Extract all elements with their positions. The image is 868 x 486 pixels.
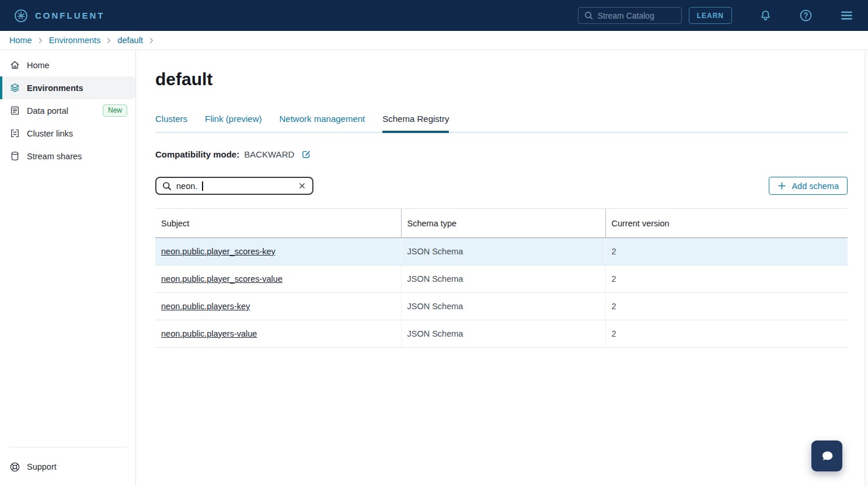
sidebar-item-home[interactable]: Home bbox=[0, 54, 135, 76]
current-version-cell: 2 bbox=[605, 293, 848, 320]
notifications-button[interactable] bbox=[759, 9, 772, 22]
chevron-right-icon bbox=[37, 37, 44, 44]
new-badge: New bbox=[103, 104, 127, 117]
sidebar-item-label: Cluster links bbox=[27, 129, 73, 138]
current-version-cell: 2 bbox=[605, 320, 848, 348]
table-row: neon.public.players-key JSON Schema 2 bbox=[155, 293, 848, 320]
sidebar-item-stream-shares[interactable]: Stream shares bbox=[0, 145, 135, 167]
current-version-cell: 2 bbox=[605, 265, 848, 293]
schema-search-input[interactable]: neon. bbox=[155, 177, 313, 195]
schema-type-cell: JSON Schema bbox=[401, 293, 605, 320]
database-icon bbox=[9, 151, 20, 162]
sidebar-item-cluster-links[interactable]: Cluster links bbox=[0, 122, 135, 145]
add-schema-button[interactable]: Add schema bbox=[769, 177, 848, 195]
sidebar-item-label: Environments bbox=[27, 83, 83, 93]
chevron-right-icon bbox=[106, 37, 112, 44]
current-version-cell: 2 bbox=[605, 238, 848, 265]
sidebar-item-label: Stream shares bbox=[27, 152, 82, 161]
help-icon bbox=[799, 9, 813, 22]
edit-icon bbox=[301, 149, 311, 159]
plus-icon bbox=[778, 181, 786, 190]
close-icon bbox=[299, 183, 305, 189]
help-button[interactable] bbox=[799, 9, 813, 22]
column-header-subject: Subject bbox=[155, 209, 401, 238]
sidebar-item-label: Data portal bbox=[27, 106, 68, 116]
menu-icon bbox=[839, 8, 854, 23]
schema-type-cell: JSON Schema bbox=[401, 320, 605, 348]
sidebar-item-environments[interactable]: Environments bbox=[0, 76, 135, 99]
home-icon bbox=[9, 60, 20, 71]
tab-flink-preview[interactable]: Flink (preview) bbox=[205, 114, 262, 133]
stream-catalog-search[interactable] bbox=[578, 7, 682, 24]
search-icon bbox=[162, 181, 172, 191]
confluent-logo-icon bbox=[14, 9, 28, 23]
add-schema-label: Add schema bbox=[792, 181, 839, 191]
cluster-links-icon bbox=[9, 128, 20, 139]
compatibility-mode-row: Compatibility mode: BACKWARD bbox=[155, 149, 848, 159]
scrollbar-track[interactable] bbox=[864, 50, 868, 486]
life-ring-icon bbox=[9, 461, 20, 473]
schemas-table: Subject Schema type Current version neon… bbox=[155, 208, 848, 348]
bell-icon bbox=[759, 9, 772, 22]
document-icon bbox=[9, 105, 20, 116]
compatibility-mode-label: Compatibility mode: bbox=[155, 149, 239, 159]
breadcrumb-environments[interactable]: Environments bbox=[49, 36, 101, 45]
subject-link[interactable]: neon.public.player_scores-key bbox=[161, 247, 276, 256]
table-row: neon.public.players-value JSON Schema 2 bbox=[155, 320, 848, 348]
text-caret bbox=[202, 181, 203, 191]
chat-widget-button[interactable] bbox=[811, 440, 842, 471]
tab-network-management[interactable]: Network management bbox=[280, 114, 365, 133]
tab-clusters[interactable]: Clusters bbox=[155, 114, 187, 133]
sidebar-footer: Support bbox=[0, 447, 135, 486]
breadcrumb: Home Environments default bbox=[0, 31, 868, 50]
confluent-logo[interactable]: CONFLUENT bbox=[14, 9, 105, 23]
breadcrumb-home[interactable]: Home bbox=[9, 36, 32, 45]
layers-icon bbox=[9, 82, 20, 93]
top-navbar: CONFLUENT LEARN bbox=[0, 0, 868, 31]
schema-type-cell: JSON Schema bbox=[401, 238, 605, 265]
sidebar: Home Environments D bbox=[0, 50, 136, 486]
menu-button[interactable] bbox=[839, 8, 854, 23]
tab-bar: Clusters Flink (preview) Network managem… bbox=[155, 114, 848, 133]
search-query-text: neon. bbox=[176, 181, 197, 191]
schema-type-cell: JSON Schema bbox=[401, 265, 605, 293]
support-label: Support bbox=[27, 462, 57, 471]
table-header-row: Subject Schema type Current version bbox=[155, 209, 848, 238]
page-title: default bbox=[155, 69, 848, 89]
brand-wordmark: CONFLUENT bbox=[35, 11, 105, 20]
sidebar-item-label: Home bbox=[27, 61, 50, 70]
compatibility-mode-value: BACKWARD bbox=[244, 149, 294, 159]
breadcrumb-default[interactable]: default bbox=[117, 36, 143, 45]
table-row: neon.public.player_scores-key JSON Schem… bbox=[155, 238, 848, 265]
sidebar-item-support[interactable]: Support bbox=[0, 447, 135, 486]
learn-button[interactable]: LEARN bbox=[689, 7, 732, 24]
subject-link[interactable]: neon.public.players-value bbox=[161, 329, 257, 338]
clear-search-button[interactable] bbox=[298, 181, 306, 190]
sidebar-item-data-portal[interactable]: Data portal New bbox=[0, 99, 135, 122]
subject-link[interactable]: neon.public.player_scores-value bbox=[161, 274, 283, 284]
subject-link[interactable]: neon.public.players-key bbox=[161, 302, 250, 311]
main-content: default Clusters Flink (preview) Network… bbox=[136, 50, 868, 486]
stream-catalog-input[interactable] bbox=[598, 11, 675, 20]
column-header-current-version: Current version bbox=[605, 209, 848, 238]
edit-compatibility-button[interactable] bbox=[301, 149, 311, 159]
table-controls: neon. bbox=[155, 177, 848, 195]
chat-bubble-icon bbox=[819, 448, 835, 464]
column-header-schema-type: Schema type bbox=[401, 209, 605, 238]
chevron-right-icon bbox=[148, 37, 155, 44]
table-row: neon.public.player_scores-value JSON Sch… bbox=[155, 265, 848, 293]
search-icon bbox=[584, 11, 593, 20]
tab-schema-registry[interactable]: Schema Registry bbox=[382, 114, 449, 133]
